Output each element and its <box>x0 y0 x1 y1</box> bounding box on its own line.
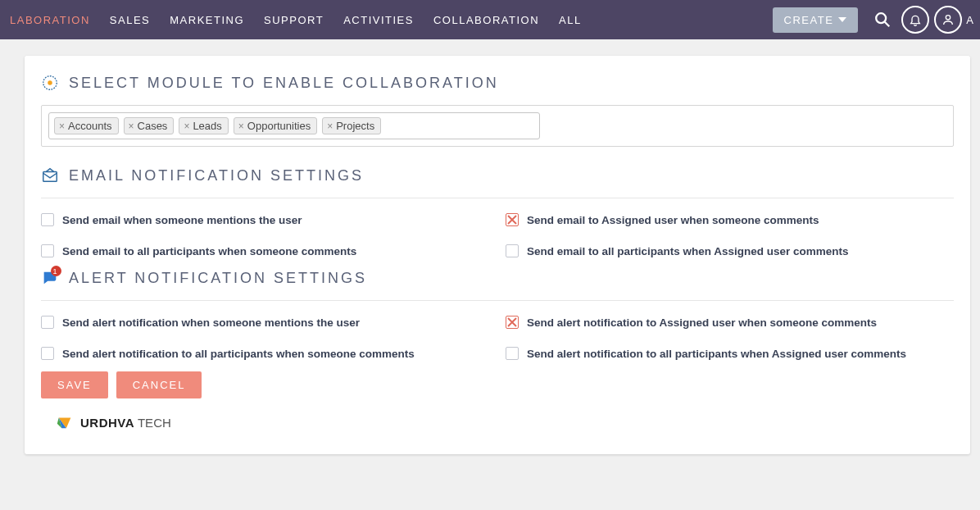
nav-item-activities[interactable]: ACTIVITIES <box>333 0 424 39</box>
checkbox[interactable] <box>41 244 54 257</box>
action-buttons: SAVE CANCEL <box>41 371 954 398</box>
user-avatar-icon[interactable] <box>934 6 962 34</box>
create-button[interactable]: CREATE <box>773 7 859 33</box>
nav-items: LABORATION SALES MARKETING SUPPORT ACTIV… <box>0 0 592 39</box>
token-remove-icon[interactable]: × <box>238 121 244 132</box>
alert-section-title: 1 ALERT NOTIFICATION SETTINGS <box>41 269 954 287</box>
checkbox[interactable] <box>41 347 54 360</box>
module-token: ×Cases <box>124 117 175 134</box>
module-token: ×Opportunities <box>234 117 317 134</box>
create-label: CREATE <box>784 14 834 26</box>
email-section-title: EMAIL NOTIFICATION SETTINGS <box>41 166 954 184</box>
email-setting-row[interactable]: Send email when someone mentions the use… <box>41 213 489 226</box>
notifications-icon[interactable] <box>901 6 929 34</box>
module-token: ×Accounts <box>54 117 119 134</box>
token-remove-icon[interactable]: × <box>129 121 134 132</box>
nav-item-support[interactable]: SUPPORT <box>254 0 333 39</box>
mail-icon <box>41 166 59 184</box>
divider <box>41 198 954 198</box>
module-token: ×Projects <box>322 117 381 134</box>
token-remove-icon[interactable]: × <box>59 121 65 132</box>
svg-point-0 <box>877 13 887 23</box>
checkbox[interactable] <box>41 213 54 226</box>
svg-point-2 <box>946 16 951 20</box>
checkbox[interactable] <box>506 316 519 329</box>
footer-logo: URDHVA TECH <box>41 413 954 431</box>
checkbox[interactable] <box>506 347 519 360</box>
nav-item-all[interactable]: ALL <box>549 0 592 39</box>
search-icon[interactable] <box>869 6 896 34</box>
svg-rect-5 <box>43 171 57 181</box>
svg-point-4 <box>48 80 52 85</box>
alert-setting-row[interactable]: Send alert notification to all participa… <box>506 347 954 360</box>
email-setting-row[interactable]: Send email to all participants when some… <box>41 244 489 257</box>
settings-card: SELECT MODULE TO ENABLE COLLABORATION ×A… <box>25 56 970 454</box>
checkbox[interactable] <box>506 244 519 257</box>
email-setting-row[interactable]: Send email to Assigned user when someone… <box>506 213 954 226</box>
checkbox[interactable] <box>506 213 519 226</box>
alert-icon: 1 <box>41 269 59 287</box>
module-token-input[interactable]: ×Accounts ×Cases ×Leads ×Opportunities ×… <box>48 112 540 139</box>
logo-text: URDHVA TECH <box>80 416 171 430</box>
alert-badge: 1 <box>51 266 61 276</box>
module-section-title: SELECT MODULE TO ENABLE COLLABORATION <box>41 74 954 92</box>
email-settings-grid: Send email when someone mentions the use… <box>41 213 954 257</box>
token-remove-icon[interactable]: × <box>327 121 333 132</box>
token-remove-icon[interactable]: × <box>184 121 189 132</box>
nav-item-collaboration[interactable]: COLLABORATION <box>424 0 549 39</box>
email-setting-row[interactable]: Send email to all participants when Assi… <box>506 244 954 257</box>
nav-item-collaboration-cut[interactable]: LABORATION <box>0 0 100 39</box>
divider <box>41 300 954 301</box>
alert-setting-row[interactable]: Send alert notification to Assigned user… <box>506 316 954 329</box>
alert-setting-row[interactable]: Send alert notification when someone men… <box>41 316 489 329</box>
module-select-box: ×Accounts ×Cases ×Leads ×Opportunities ×… <box>41 105 954 147</box>
cancel-button[interactable]: CANCEL <box>116 371 202 398</box>
gear-icon <box>41 74 59 92</box>
nav-item-marketing[interactable]: MARKETING <box>160 0 254 39</box>
logo-icon <box>56 413 74 431</box>
alert-settings-grid: Send alert notification when someone men… <box>41 316 954 360</box>
alert-setting-row[interactable]: Send alert notification to all participa… <box>41 347 489 360</box>
save-button[interactable]: SAVE <box>41 371 108 398</box>
nav-item-sales[interactable]: SALES <box>100 0 160 39</box>
checkbox[interactable] <box>41 316 54 329</box>
chevron-down-icon <box>838 17 846 22</box>
module-token: ×Leads <box>179 117 228 134</box>
svg-line-1 <box>885 22 890 27</box>
top-nav: LABORATION SALES MARKETING SUPPORT ACTIV… <box>0 0 980 39</box>
avatar-initial: A <box>966 14 973 26</box>
